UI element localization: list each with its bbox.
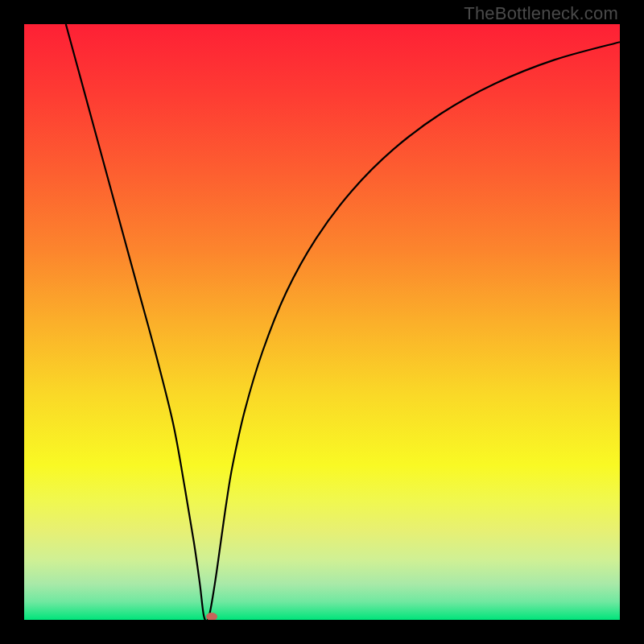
chart-canvas: TheBottleneck.com: [0, 0, 644, 644]
curve-layer: [24, 24, 620, 620]
watermark-text: TheBottleneck.com: [464, 3, 618, 24]
plot-area: [24, 24, 620, 620]
bottleneck-curve: [66, 24, 620, 620]
optimal-point-marker: [206, 613, 217, 620]
